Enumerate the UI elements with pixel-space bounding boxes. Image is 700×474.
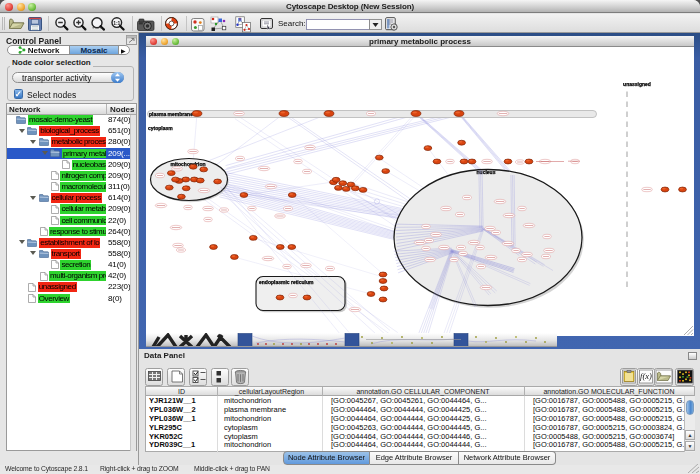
svg-text:plasma membrane: plasma membrane	[149, 112, 193, 118]
svg-text:cytoplasm: cytoplasm	[148, 125, 173, 131]
svg-text:mitochondrion: mitochondrion	[171, 161, 206, 167]
svg-text:f(x): f(x)	[640, 371, 652, 381]
svg-text:1:1: 1:1	[113, 20, 120, 26]
svg-text:unassigned: unassigned	[623, 81, 651, 87]
svg-text:nucleus: nucleus	[477, 169, 496, 175]
